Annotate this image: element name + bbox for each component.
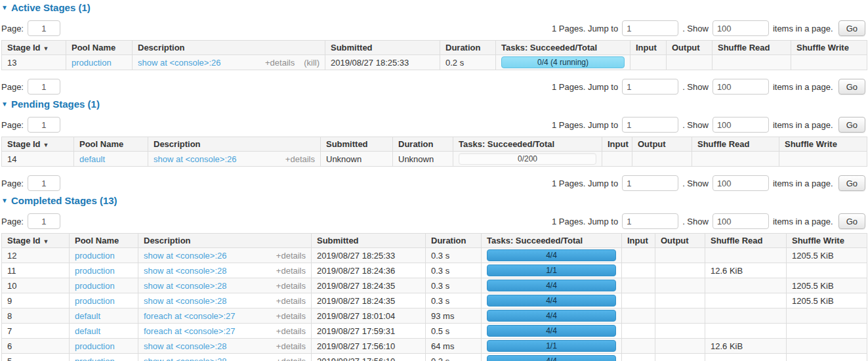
- pool-name-link[interactable]: default: [75, 326, 100, 336]
- kill-link[interactable]: (kill): [304, 58, 320, 68]
- go-button[interactable]: Go: [838, 79, 865, 95]
- pool-name-link[interactable]: production: [75, 356, 115, 361]
- details-link[interactable]: +details: [285, 154, 315, 164]
- section-title: Pending Stages (1): [11, 98, 100, 110]
- show-items-input[interactable]: [713, 117, 769, 133]
- column-header-stage-id[interactable]: Stage Id▼: [2, 234, 70, 248]
- column-header-label: Input: [636, 43, 657, 53]
- collapse-arrow-icon: ▼: [1, 100, 8, 108]
- column-header-pool-name[interactable]: Pool Name: [70, 234, 138, 248]
- section-title: Completed Stages (13): [11, 195, 117, 206]
- completed-stages-heading[interactable]: ▼ Completed Stages (13): [1, 195, 867, 206]
- jump-to-input[interactable]: [622, 175, 678, 191]
- page-input[interactable]: [28, 79, 60, 95]
- pool-name-link[interactable]: default: [79, 154, 105, 164]
- pool-name-link[interactable]: production: [75, 251, 115, 261]
- description-link[interactable]: show at <console>:28: [144, 341, 226, 351]
- shuffle-write-cell: [791, 55, 867, 70]
- pool-name-link[interactable]: production: [75, 296, 115, 306]
- column-header-output[interactable]: Output: [632, 137, 692, 152]
- column-header-stage-id[interactable]: Stage Id▼: [2, 137, 74, 152]
- details-link[interactable]: +details: [276, 281, 306, 291]
- column-header-shuffle-read[interactable]: Shuffle Read: [705, 234, 787, 248]
- column-header-stage-id[interactable]: Stage Id▼: [2, 41, 66, 55]
- details-link[interactable]: +details: [276, 251, 306, 261]
- details-link[interactable]: +details: [265, 58, 295, 68]
- table-row: 14default+detailsshow at <console>:26Unk…: [2, 152, 867, 167]
- details-link[interactable]: +details: [276, 311, 306, 321]
- column-header-submitted[interactable]: Submitted: [312, 234, 426, 248]
- pending-stages-heading[interactable]: ▼ Pending Stages (1): [1, 98, 867, 110]
- pool-name-link[interactable]: production: [75, 266, 115, 276]
- page-input[interactable]: [28, 175, 60, 191]
- description-link[interactable]: show at <console>:26: [138, 58, 220, 68]
- show-items-input[interactable]: [713, 213, 769, 229]
- column-header-tasks[interactable]: Tasks: Succeeded/Total: [496, 41, 630, 55]
- description-link[interactable]: show at <console>:28: [144, 266, 226, 276]
- column-header-label: Shuffle Read: [697, 139, 749, 149]
- pool-name-link[interactable]: production: [75, 341, 115, 351]
- page-input[interactable]: [28, 20, 60, 36]
- column-header-label: Submitted: [331, 43, 373, 53]
- description-link[interactable]: foreach at <console>:27: [144, 311, 236, 321]
- column-header-output[interactable]: Output: [667, 41, 713, 55]
- page-input[interactable]: [28, 213, 60, 229]
- description-actions: +details: [267, 311, 306, 321]
- active-stages-section: ▼ Active Stages (1) Page: 1 Pages. Jump …: [1, 2, 867, 95]
- details-link[interactable]: +details: [276, 266, 306, 276]
- column-header-submitted[interactable]: Submitted: [325, 41, 440, 55]
- pool-name-link[interactable]: production: [72, 58, 112, 68]
- tasks-cell: 1/1: [482, 339, 622, 354]
- description-link[interactable]: show at <console>:28: [144, 296, 226, 306]
- go-button[interactable]: Go: [838, 20, 865, 36]
- show-items-input[interactable]: [713, 175, 769, 191]
- jump-to-input[interactable]: [622, 20, 678, 36]
- description-link[interactable]: show at <console>:28: [144, 356, 226, 361]
- pending-stages-table: Stage Id▼Pool NameDescriptionSubmittedDu…: [1, 137, 867, 167]
- jump-to-input[interactable]: [622, 79, 678, 95]
- column-header-shuffle-write[interactable]: Shuffle Write: [779, 137, 867, 152]
- go-button[interactable]: Go: [838, 117, 865, 133]
- column-header-duration[interactable]: Duration: [426, 234, 482, 248]
- column-header-description[interactable]: Description: [148, 137, 321, 152]
- submitted-cell: 2019/08/27 18:25:33: [325, 55, 440, 70]
- completed-stages-table: Stage Id▼Pool NameDescriptionSubmittedDu…: [1, 233, 867, 361]
- column-header-output[interactable]: Output: [655, 234, 705, 248]
- column-header-input[interactable]: Input: [630, 41, 667, 55]
- column-header-submitted[interactable]: Submitted: [321, 137, 393, 152]
- description-link[interactable]: show at <console>:26: [144, 251, 226, 261]
- column-header-input[interactable]: Input: [622, 234, 655, 248]
- go-button[interactable]: Go: [838, 213, 865, 229]
- column-header-pool-name[interactable]: Pool Name: [66, 41, 133, 55]
- column-header-shuffle-read[interactable]: Shuffle Read: [692, 137, 779, 152]
- pool-name-link[interactable]: production: [75, 281, 115, 291]
- column-header-description[interactable]: Description: [133, 41, 325, 55]
- description-link[interactable]: show at <console>:26: [154, 154, 236, 164]
- column-header-shuffle-read[interactable]: Shuffle Read: [713, 41, 791, 55]
- column-header-duration[interactable]: Duration: [393, 137, 453, 152]
- column-header-pool-name[interactable]: Pool Name: [74, 137, 148, 152]
- pool-name-link[interactable]: default: [75, 311, 100, 321]
- jump-to-input[interactable]: [622, 117, 678, 133]
- column-header-tasks[interactable]: Tasks: Succeeded/Total: [482, 234, 622, 248]
- column-header-shuffle-write[interactable]: Shuffle Write: [791, 41, 867, 55]
- column-header-shuffle-write[interactable]: Shuffle Write: [787, 234, 867, 248]
- show-items-input[interactable]: [713, 20, 769, 36]
- details-link[interactable]: +details: [276, 341, 306, 351]
- active-stages-heading[interactable]: ▼ Active Stages (1): [1, 2, 867, 13]
- details-link[interactable]: +details: [276, 356, 306, 361]
- description-link[interactable]: show at <console>:28: [144, 281, 226, 291]
- jump-to-input[interactable]: [622, 213, 678, 229]
- page-input[interactable]: [28, 117, 60, 133]
- pool-name-cell: production: [66, 55, 133, 70]
- details-link[interactable]: +details: [276, 326, 306, 336]
- description-cell: +detailsshow at <console>:26: [138, 248, 312, 263]
- column-header-description[interactable]: Description: [138, 234, 312, 248]
- column-header-tasks[interactable]: Tasks: Succeeded/Total: [453, 137, 602, 152]
- description-link[interactable]: foreach at <console>:27: [144, 326, 236, 336]
- show-items-input[interactable]: [713, 79, 769, 95]
- go-button[interactable]: Go: [838, 175, 865, 191]
- column-header-duration[interactable]: Duration: [440, 41, 496, 55]
- column-header-input[interactable]: Input: [602, 137, 632, 152]
- details-link[interactable]: +details: [276, 296, 306, 306]
